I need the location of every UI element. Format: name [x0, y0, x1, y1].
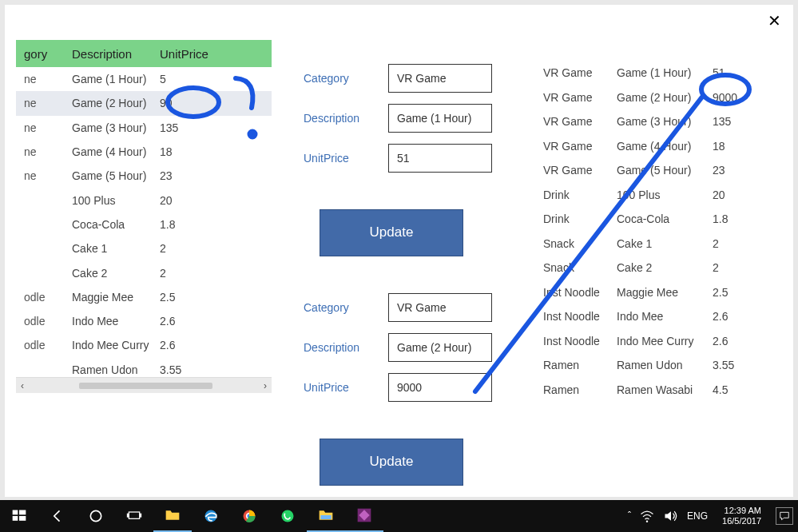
cell-description: Ramen Udon — [64, 363, 160, 376]
cell-description: Ramen Wasabi — [617, 383, 713, 396]
description-label: Description — [304, 341, 372, 354]
form2-unitprice-input[interactable] — [388, 373, 492, 402]
tray-overflow-icon[interactable]: ˆ — [628, 510, 631, 522]
cell-unitprice: 2.5 — [713, 286, 760, 299]
table-row[interactable]: neGame (4 Hour)18 — [16, 140, 272, 164]
col-header-category[interactable]: gory — [16, 47, 64, 61]
cell-description: Maggie Mee — [617, 286, 713, 299]
file-explorer-app[interactable] — [153, 500, 192, 532]
result-row: Drink100 Plus20 — [543, 183, 782, 208]
scroll-track[interactable] — [29, 383, 259, 389]
language-indicator[interactable]: ENG — [687, 510, 708, 522]
wifi-icon[interactable] — [639, 508, 655, 524]
diamond-icon — [356, 507, 372, 523]
cell-description: Indo Mee Curry — [64, 339, 160, 351]
cell-category: odle — [16, 339, 64, 351]
edge-app[interactable] — [192, 500, 230, 532]
table-row[interactable]: neGame (3 Hour)135 — [16, 116, 272, 140]
cell-unitprice: 2 — [713, 261, 760, 274]
table-row[interactable]: neGame (5 Hour)23 — [16, 164, 272, 188]
svg-rect-17 — [320, 515, 331, 519]
cell-description: Game (5 Hour) — [64, 169, 160, 182]
cell-description: Cake 1 — [617, 237, 713, 250]
cell-unitprice: 18 — [713, 140, 760, 153]
files-app[interactable] — [307, 500, 345, 532]
scroll-right-arrow[interactable]: › — [264, 380, 267, 391]
table-row[interactable]: odleIndo Mee Curry2.6 — [16, 333, 272, 357]
whatsapp-app[interactable] — [268, 500, 307, 532]
table-row[interactable]: Cake 12 — [16, 236, 272, 260]
svg-rect-11 — [140, 514, 142, 518]
table-row[interactable]: odleIndo Mee2.6 — [16, 309, 272, 333]
clock[interactable]: 12:39 AM 16/5/2017 — [716, 506, 768, 526]
svg-point-19 — [646, 520, 649, 522]
grid-body[interactable]: neGame (1 Hour)5neGame (2 Hour)90neGame … — [16, 67, 272, 377]
form2-unitprice-row: UnitPrice — [304, 373, 511, 402]
cell-description: Game (2 Hour) — [64, 97, 160, 109]
cell-description: Game (4 Hour) — [64, 145, 160, 158]
cell-category: odle — [16, 291, 64, 304]
cell-description: Indo Mee Curry — [617, 335, 713, 347]
taskview-button[interactable] — [115, 500, 153, 532]
grid-header-row: gory Description UnitPrice — [16, 40, 272, 67]
table-row[interactable]: 100 Plus20 — [16, 188, 272, 212]
cell-unitprice: 1.8 — [713, 212, 760, 225]
circle-icon — [88, 508, 104, 524]
action-center-icon[interactable] — [776, 507, 793, 525]
form2-description-input[interactable] — [388, 333, 492, 362]
cell-description: Coca-Cola — [64, 218, 160, 231]
cell-category: Inst Noodle — [543, 286, 617, 299]
cell-category: Inst Noodle — [543, 335, 617, 347]
back-button[interactable] — [38, 500, 77, 532]
form1-category-input[interactable] — [388, 64, 492, 93]
cell-category: Ramen — [543, 359, 617, 371]
table-row[interactable]: Ramen Udon3.55 — [16, 358, 272, 377]
col-header-description[interactable]: Description — [64, 47, 160, 61]
scroll-left-arrow[interactable]: ‹ — [21, 380, 24, 391]
cell-description: Game (5 Hour) — [617, 164, 713, 177]
data-grid: gory Description UnitPrice neGame (1 Hou… — [16, 40, 272, 486]
form1-update-button[interactable]: Update — [320, 209, 463, 256]
table-row[interactable]: Cake 22 — [16, 260, 272, 284]
scroll-thumb[interactable] — [79, 383, 212, 389]
cell-unitprice: 135 — [160, 121, 232, 134]
svg-rect-9 — [129, 512, 139, 518]
folder-icon — [165, 507, 181, 523]
cell-unitprice: 90 — [160, 97, 232, 109]
cell-category: ne — [16, 73, 64, 85]
volume-icon[interactable] — [663, 508, 679, 524]
cell-category: ne — [16, 97, 64, 109]
unitprice-label: UnitPrice — [304, 152, 372, 165]
svg-rect-5 — [19, 510, 26, 515]
svg-rect-6 — [13, 516, 18, 521]
form1-description-row: Description — [304, 104, 511, 133]
table-row[interactable]: Coca-Cola1.8 — [16, 212, 272, 236]
table-row[interactable]: neGame (1 Hour)5 — [16, 67, 272, 91]
form2-category-row: Category — [304, 293, 511, 322]
cell-category: Drink — [543, 189, 617, 201]
table-row[interactable]: odleMaggie Mee2.5 — [16, 285, 272, 309]
chrome-app[interactable] — [230, 500, 268, 532]
start-button[interactable] — [0, 500, 38, 532]
horizontal-scrollbar[interactable]: ‹ › — [16, 377, 272, 393]
cell-unitprice: 2.6 — [713, 310, 760, 323]
form1-unitprice-input[interactable] — [388, 144, 492, 173]
cell-category: VR Game — [543, 66, 617, 79]
form2-update-button[interactable]: Update — [320, 439, 463, 486]
table-row[interactable]: neGame (2 Hour)90 — [16, 91, 272, 115]
form1-description-input[interactable] — [388, 104, 492, 133]
cell-description: Game (1 Hour) — [617, 66, 713, 79]
svg-rect-4 — [13, 510, 18, 515]
close-button[interactable]: ✕ — [763, 10, 785, 32]
form1-unitprice-row: UnitPrice — [304, 144, 511, 173]
cell-unitprice: 135 — [713, 115, 760, 128]
form2-category-input[interactable] — [388, 293, 492, 322]
arrow-left-icon — [50, 508, 66, 524]
cell-unitprice: 20 — [713, 189, 760, 201]
result-row: RamenRamen Wasabi4.5 — [543, 378, 782, 403]
powerapps-app[interactable] — [345, 500, 383, 532]
cell-unitprice: 18 — [160, 145, 232, 158]
col-header-unitprice[interactable]: UnitPrice — [160, 47, 232, 61]
cell-category: Snack — [543, 237, 617, 250]
cortana-button[interactable] — [77, 500, 115, 532]
